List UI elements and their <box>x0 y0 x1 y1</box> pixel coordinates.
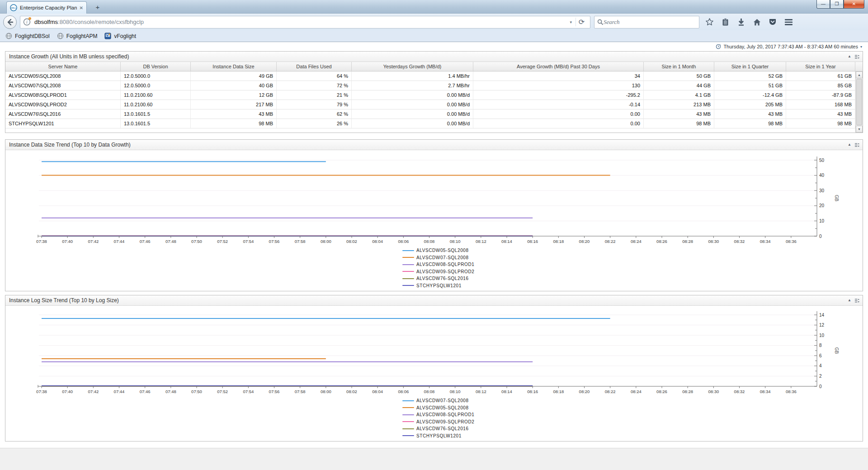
log-size-trend-panel-header: Instance Log Size Trend (Top 10 by Log S… <box>5 295 863 306</box>
bookmark-foglightdbsol[interactable]: FoglightDBSol <box>4 33 55 39</box>
table-row[interactable]: ALVSCDW07\SQL200812.0.5000.040 GB72 %2.7… <box>5 81 855 90</box>
scroll-thumb[interactable] <box>856 79 862 125</box>
panel-title-text: Instance Data Size Trend (Top 10 by Data… <box>9 142 131 148</box>
window-restore-button[interactable]: ❐ <box>830 0 844 9</box>
table-cell: 12 GB <box>191 90 277 100</box>
table-cell: 13.0.1601.5 <box>121 109 191 119</box>
svg-text:08:18: 08:18 <box>553 239 564 244</box>
browser-navbar: i dbsolfms:8080/console/remote/cxsfbhgcl… <box>0 14 868 30</box>
svg-text:08:28: 08:28 <box>682 389 693 394</box>
table-cell: 4.1 GB <box>644 90 714 100</box>
table-header-row: Server NameDB VersionInstance Data SizeD… <box>5 62 863 71</box>
legend-swatch <box>402 257 414 258</box>
column-header[interactable]: Size in 1 Year <box>786 62 855 71</box>
pocket-icon[interactable] <box>767 17 778 28</box>
table-scrollbar[interactable]: ▲ ▼ <box>855 71 863 133</box>
table-cell: 61 GB <box>786 71 855 81</box>
table-cell: 0.00 MB/d <box>352 90 473 100</box>
table-row[interactable]: STCHYPSQLW120113.0.1601.598 MB26 %0.00 M… <box>5 119 855 128</box>
url-dropdown-icon[interactable]: ▾ <box>566 20 576 24</box>
panel-customizer-icon[interactable] <box>854 298 859 303</box>
window-close-button[interactable]: ✕ <box>844 0 864 9</box>
legend-label: ALVSCDW76-SQL2016 <box>416 426 469 431</box>
panel-title-text: Instance Log Size Trend (Top 10 by Log S… <box>9 297 119 304</box>
url-bar[interactable]: i dbsolfms:8080/console/remote/cxsfbhgcl… <box>20 16 590 28</box>
bookmarks-menu-icon[interactable] <box>720 17 731 28</box>
legend-item: ALVSCDW09-SQLPROD2 <box>402 418 863 426</box>
svg-text:07:46: 07:46 <box>140 389 151 394</box>
new-tab-button[interactable]: + <box>92 3 104 12</box>
search-box[interactable] <box>594 16 699 28</box>
time-range-selector[interactable]: Thursday, July 20, 2017 7:37:43 AM - 8:3… <box>0 42 868 51</box>
legend-item: STCHYPSQLW1201 <box>402 432 863 440</box>
column-header[interactable]: Yesterdays Growth (MB/d) <box>352 62 473 71</box>
column-header[interactable]: Instance Data Size <box>191 62 277 71</box>
data-size-trend-chart: 01020304050GB07:3807:4007:4207:4407:4607… <box>5 154 863 247</box>
table-cell: 130 <box>473 81 644 90</box>
time-range-clock-icon <box>716 44 721 49</box>
downloads-icon[interactable] <box>736 17 746 28</box>
table-cell: 26 % <box>277 119 352 128</box>
search-input[interactable] <box>604 19 680 26</box>
table-cell: ALVSCDW09\SQLPROD2 <box>5 100 121 109</box>
legend-swatch <box>402 407 414 408</box>
table-row[interactable]: ALVSCDW09\SQLPROD211.0.2100.60217 MB79 %… <box>5 100 855 109</box>
column-header[interactable]: DB Version <box>121 62 191 71</box>
panel-collapse-icon[interactable]: ▲ <box>848 295 851 305</box>
column-header[interactable]: Average Growth (MB/d) Past 30 Days <box>473 62 644 71</box>
table-cell: 2.7 MB/hr <box>352 81 473 90</box>
bookmark-foglightapm[interactable]: FoglightAPM <box>55 33 103 39</box>
table-row[interactable]: ALVSCDW08\SQLPROD111.0.2100.6012 GB21 %0… <box>5 90 855 100</box>
table-cell: 52 GB <box>714 71 786 81</box>
svg-text:08:28: 08:28 <box>682 239 693 244</box>
column-header[interactable]: Data Files Used <box>277 62 352 71</box>
menu-hamburger-icon[interactable] <box>783 17 794 28</box>
svg-text:07:44: 07:44 <box>114 239 125 244</box>
svg-text:10: 10 <box>819 333 825 338</box>
table-row[interactable]: ALVSCDW76\SQL201613.0.1601.543 MB62 %0.0… <box>5 109 855 119</box>
svg-text:07:48: 07:48 <box>165 239 176 244</box>
panel-customizer-icon[interactable] <box>854 142 859 147</box>
table-cell: 85 GB <box>786 81 855 90</box>
legend-item: ALVSCDW07-SQL2008 <box>402 254 863 261</box>
scroll-down-button[interactable]: ▼ <box>856 126 863 133</box>
svg-text:08:26: 08:26 <box>656 239 667 244</box>
column-header[interactable]: Size in 1 Quarter <box>714 62 786 71</box>
svg-text:10: 10 <box>819 218 825 223</box>
window-minimize-button[interactable]: — <box>816 0 830 9</box>
panel-customizer-icon[interactable] <box>854 54 859 59</box>
search-icon <box>597 19 604 25</box>
legend-label: STCHYPSQLW1201 <box>416 283 462 288</box>
svg-text:08:00: 08:00 <box>321 389 331 394</box>
scroll-up-button[interactable]: ▲ <box>856 71 863 78</box>
legend-swatch <box>402 435 414 436</box>
home-icon[interactable] <box>751 17 762 28</box>
browser-tab-active[interactable]: DELL Enterprise Capacity Planni... ✕ <box>6 1 87 14</box>
table-cell: 11.0.2100.60 <box>121 90 191 100</box>
table-cell: 168 MB <box>786 100 855 109</box>
svg-text:07:38: 07:38 <box>36 239 47 244</box>
tab-close-icon[interactable]: ✕ <box>80 5 83 10</box>
reload-button[interactable]: ⟳ <box>576 18 587 26</box>
dell-favicon-icon: DELL <box>10 4 17 11</box>
site-info-icon[interactable]: i <box>23 18 31 26</box>
svg-text:07:58: 07:58 <box>295 389 306 394</box>
panel-collapse-icon[interactable]: ▲ <box>848 140 851 150</box>
svg-text:07:58: 07:58 <box>295 239 306 244</box>
bookmark-star-icon[interactable] <box>704 17 715 28</box>
table-body: ALVSCDW05\SQL200812.0.5000.049 GB64 %1.4… <box>5 71 855 128</box>
column-header[interactable]: Server Name <box>5 62 121 71</box>
back-button[interactable] <box>3 15 17 29</box>
svg-text:07:42: 07:42 <box>88 389 99 394</box>
table-cell: 49 GB <box>191 71 277 81</box>
table-cell: 21 % <box>277 90 352 100</box>
svg-text:40: 40 <box>819 173 825 178</box>
table-cell: 43 MB <box>714 109 786 119</box>
bookmark-vfoglight[interactable]: vFoglight <box>103 33 142 39</box>
table-row[interactable]: ALVSCDW05\SQL200812.0.5000.049 GB64 %1.4… <box>5 71 855 81</box>
table-cell: 34 <box>473 71 644 81</box>
svg-text:07:52: 07:52 <box>217 389 228 394</box>
panel-collapse-icon[interactable]: ▲ <box>848 52 851 62</box>
legend-item: ALVSCDW76-SQL2016 <box>402 275 863 282</box>
column-header[interactable]: Size in 1 Month <box>644 62 714 71</box>
